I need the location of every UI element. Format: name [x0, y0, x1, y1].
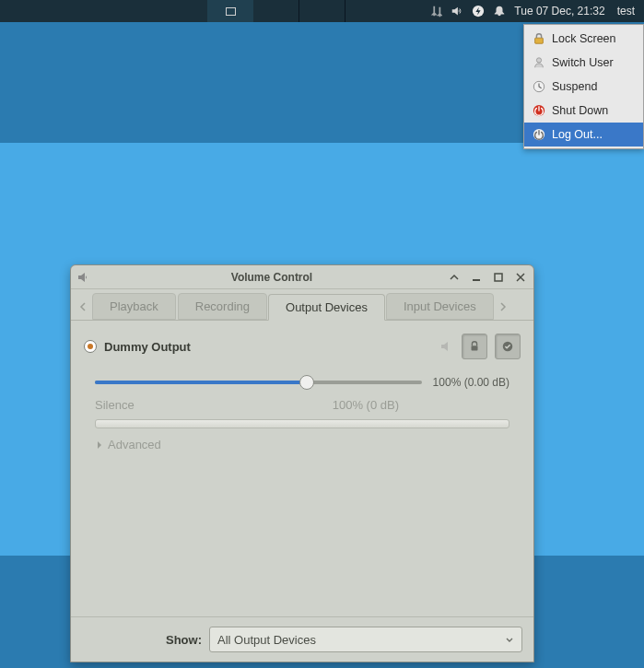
chevron-down-icon [505, 633, 514, 647]
menu-shut-down[interactable]: Shut Down [524, 99, 643, 123]
panel-user[interactable]: test [614, 5, 638, 18]
power-icon [532, 127, 546, 142]
volume-value: 100% (0.00 dB) [433, 376, 509, 389]
clock-icon [532, 79, 546, 94]
volume-icon[interactable] [451, 5, 463, 18]
power-manager-icon[interactable] [472, 5, 485, 18]
panel-tray: Tue 07 Dec, 21:32 test [424, 0, 644, 22]
menu-label: Lock Screen [552, 32, 615, 45]
window-menu-button[interactable] [447, 270, 462, 285]
tab-content: Dummy Output 100% (0.00 dB) Silence 100%… [71, 321, 533, 616]
show-label: Show: [82, 633, 202, 647]
tab-scroll-right[interactable] [495, 295, 511, 319]
titlebar[interactable]: Volume Control [71, 265, 533, 289]
volume-slider[interactable] [95, 381, 422, 384]
menu-label: Shut Down [552, 104, 608, 117]
taskbar-slot [253, 0, 299, 22]
svg-rect-1 [535, 38, 544, 43]
volume-control-window: Volume Control Playback Recording Output… [70, 264, 534, 662]
maximize-button[interactable] [491, 270, 506, 285]
dropdown-value: All Output Devices [217, 633, 316, 647]
menu-lock-screen[interactable]: Lock Screen [524, 27, 643, 51]
advanced-label: Advanced [108, 438, 161, 451]
top-panel: Tue 07 Dec, 21:32 test [0, 0, 644, 22]
tab-recording[interactable]: Recording [178, 293, 267, 320]
advanced-expander[interactable]: Advanced [95, 438, 509, 451]
power-icon [532, 103, 546, 118]
svg-point-2 [536, 58, 541, 63]
tab-output-devices[interactable]: Output Devices [268, 294, 385, 321]
content-spacer [84, 451, 521, 604]
footer: Show: All Output Devices [71, 616, 533, 662]
lock-channels-button[interactable] [462, 334, 487, 359]
menu-label: Suspend [552, 80, 597, 93]
window-icon [226, 7, 236, 16]
silence-value: 100% (0 dB) [333, 398, 399, 412]
volume-slider-row: 100% (0.00 dB) [95, 376, 509, 389]
window-controls [447, 270, 528, 285]
slider-thumb[interactable] [299, 375, 314, 390]
set-fallback-button[interactable] [495, 334, 521, 359]
tab-scroll-left[interactable] [75, 295, 91, 319]
silence-label: Silence [95, 398, 135, 412]
device-header: Dummy Output [84, 334, 521, 359]
tab-playback[interactable]: Playback [92, 293, 176, 320]
level-meter [95, 419, 509, 428]
notifications-icon[interactable] [493, 5, 506, 18]
user-icon [532, 55, 546, 70]
speaker-icon [439, 339, 454, 354]
app-icon [76, 270, 91, 285]
menu-suspend[interactable]: Suspend [524, 75, 643, 99]
tab-input-devices[interactable]: Input Devices [386, 293, 494, 320]
svg-rect-8 [472, 346, 478, 350]
default-device-radio[interactable] [84, 340, 97, 353]
user-menu: Lock Screen Switch User Suspend Shut Dow… [523, 24, 644, 149]
minimize-button[interactable] [469, 270, 484, 285]
slider-fill [95, 381, 307, 384]
panel-clock[interactable]: Tue 07 Dec, 21:32 [514, 5, 604, 18]
network-icon[interactable] [429, 5, 442, 18]
menu-label: Switch User [552, 56, 614, 69]
menu-label: Log Out... [552, 128, 603, 141]
taskbar-active-task[interactable] [207, 0, 253, 22]
svg-rect-7 [495, 274, 502, 281]
menu-log-out[interactable]: Log Out... [524, 123, 643, 146]
taskbar-slot [299, 0, 345, 22]
svg-rect-6 [473, 279, 480, 281]
menu-switch-user[interactable]: Switch User [524, 51, 643, 75]
lock-icon [532, 31, 546, 46]
silence-row: Silence 100% (0 dB) [95, 398, 509, 412]
device-name: Dummy Output [104, 340, 432, 354]
close-button[interactable] [513, 270, 528, 285]
show-dropdown[interactable]: All Output Devices [209, 627, 522, 652]
tabs: Playback Recording Output Devices Input … [71, 289, 533, 321]
panel-left [0, 0, 424, 22]
window-title: Volume Control [97, 271, 447, 284]
